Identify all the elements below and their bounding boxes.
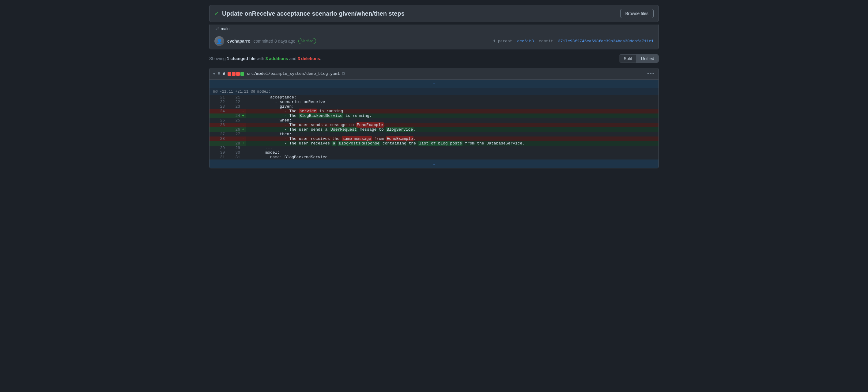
diff-table: ↑ @@ -21,11 +21,11 @@ model: 21 21 accep… [210,80,658,168]
showing-prefix: Showing [209,56,227,61]
new-line-num [225,123,240,127]
copy-icon[interactable]: ⧉ [342,71,345,76]
line-content: - The service is running. [246,109,658,113]
new-line-num [225,137,240,141]
commit-title: Update onReceive acceptance scenario giv… [222,10,405,17]
branch-icon: ⎇ [214,26,219,31]
meta-left: 👤 cvchaparro committed 8 days ago Verifi… [214,36,316,46]
diff-container: ▾ ⠿ 6 src/model/example_system/demo_blog… [209,68,659,168]
drag-icon: ⠿ [217,72,220,76]
line-content: acceptance: [246,95,658,100]
highlight-add: BlogBackendService [299,113,343,118]
avatar-image: 👤 [214,36,224,46]
line-sign: - [240,109,246,113]
line-content: - The user receives the same message fro… [246,137,658,141]
table-row: 21 21 acceptance: [210,95,658,100]
table-row: 29 29 --- [210,146,658,150]
line-sign [240,150,246,155]
old-line-num: 31 [210,155,225,160]
highlight-add-2: BlogService [386,127,414,132]
with-text: with [255,56,266,61]
line-sign [240,100,246,104]
table-row: 24 - - The service is running. [210,109,658,113]
line-sign [240,155,246,160]
highlight-add-2: BlogPostsResponse [338,141,380,146]
line-content: - The user receives a BlogPostsResponse … [246,141,658,146]
line-content: when: [246,118,658,123]
author-name: cvchaparro [227,39,250,44]
old-line-num [210,113,225,118]
expand-top-icon[interactable]: ↑ [210,80,658,88]
browse-files-button[interactable]: Browse files [620,9,654,18]
old-line-num: 24 [210,109,225,113]
old-line-num [210,127,225,132]
table-row: 31 31 name: BlogBackendService [210,155,658,160]
seg-del-3 [236,72,240,76]
new-line-num: 26 [225,127,240,132]
commit-title-area: ✓ Update onReceive acceptance scenario g… [214,10,405,17]
table-row: 25 25 when: [210,118,658,123]
seg-del-2 [232,72,236,76]
table-row: 27 27 then: [210,132,658,137]
table-row: 28 + - The user receives a BlogPostsResp… [210,141,658,146]
old-line-num: 29 [210,146,225,150]
commit-header: ✓ Update onReceive acceptance scenario g… [209,5,659,22]
seg-add-1 [241,72,244,76]
old-line-num: 25 [210,118,225,123]
highlight-del: EchoExample [356,122,384,128]
seg-del-1 [227,72,231,76]
period: . [320,56,321,61]
branch-row: ⎇ main [209,25,659,33]
meta-right: 1 parent dcc61b3 commit 3717c93f2746ca69… [493,39,654,44]
diff-file-header: ▾ ⠿ 6 src/model/example_system/demo_blog… [210,68,658,80]
diff-file-header-left: ▾ ⠿ 6 src/model/example_system/demo_blog… [213,71,345,76]
commit-time: committed 8 days ago [253,39,295,44]
hunk-header-row: @@ -21,11 +21,11 @@ model: [210,88,658,95]
new-line-num: 31 [225,155,240,160]
table-row: 26 - - The user sends a message to EchoE… [210,123,658,127]
line-sign: - [240,137,246,141]
unified-view-button[interactable]: Unified [637,55,658,62]
expand-bottom-row[interactable]: ↓ [210,160,658,168]
deletions-count: 3 deletions [298,56,320,61]
and-text: and [288,56,298,61]
commit-label: commit [539,39,553,44]
table-row: 24 + - The BlogBackendService is running… [210,113,658,118]
table-row: 22 22 - scenario: onReceive [210,100,658,104]
diff-more-button[interactable]: ••• [647,71,655,77]
table-row: 23 23 given: [210,104,658,109]
new-line-num [225,109,240,113]
parent-hash[interactable]: dcc61b3 [517,39,534,44]
line-content: name: BlogBackendService [246,155,658,160]
line-sign: + [240,127,246,132]
stats-text: Showing 1 changed file with 3 additions … [209,56,321,61]
new-line-num: 29 [225,146,240,150]
line-content: --- [246,146,658,150]
line-content: given: [246,104,658,109]
split-view-button[interactable]: Split [619,55,637,62]
new-line-num: 23 [225,104,240,109]
hunk-header-text: @@ -21,11 +21,11 @@ model: [210,88,658,95]
new-line-num: 24 [225,113,240,118]
highlight-add: UserRequest [330,127,358,132]
line-content: - The user sends a UserRequest message t… [246,127,658,132]
old-line-num: 22 [210,100,225,104]
collapse-icon[interactable]: ▾ [213,72,215,76]
line-sign [240,118,246,123]
new-line-num: 27 [225,132,240,137]
avatar: 👤 [214,36,224,46]
highlight-add: a [332,141,336,146]
expand-top-row[interactable]: ↑ [210,80,658,88]
expand-bottom-icon[interactable]: ↓ [210,160,658,168]
line-content: - The BlogBackendService is running. [246,113,658,118]
table-row: 30 30 model: [210,150,658,155]
old-line-num: 23 [210,104,225,109]
additions-count: 3 additions [266,56,288,61]
table-row: 28 - - The user receives the same messag… [210,137,658,141]
parent-label: 1 parent [493,39,512,44]
stats-row: Showing 1 changed file with 3 additions … [209,54,659,63]
highlight-del-2: EchoExample [386,136,414,141]
new-line-num: 21 [225,95,240,100]
branch-name: main [221,26,229,31]
line-sign: + [240,141,246,146]
